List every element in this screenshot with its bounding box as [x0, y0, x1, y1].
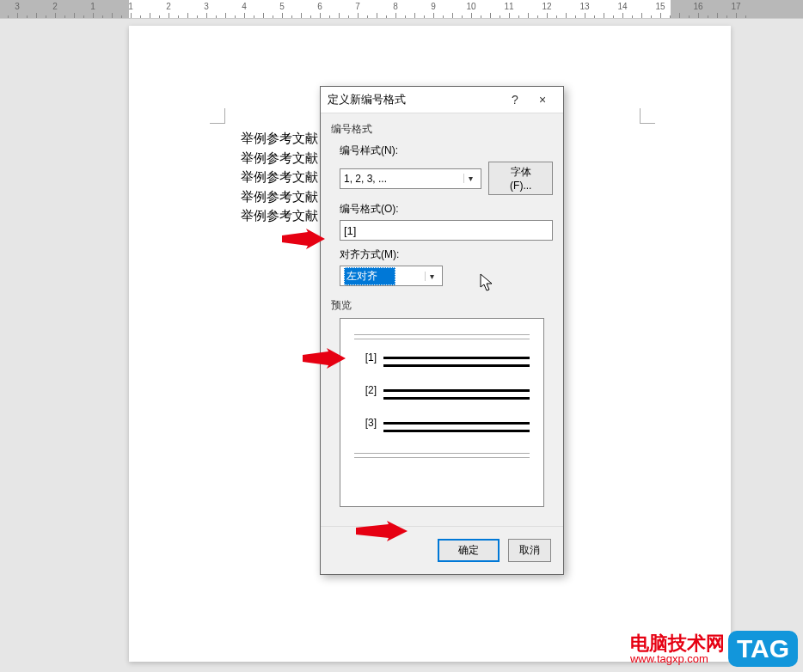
preview-item: [2]	[354, 384, 530, 405]
cancel-button[interactable]: 取消	[508, 539, 551, 562]
watermark-title: 电脑技术网	[630, 633, 725, 653]
number-style-select[interactable]: 1, 2, 3, ... ▾	[340, 168, 481, 189]
number-format-input[interactable]	[340, 220, 553, 241]
ruler-mark: 1	[90, 2, 95, 11]
dialog-titlebar[interactable]: 定义新编号格式 ? ×	[321, 87, 563, 113]
ruler-mark: 6	[317, 2, 322, 11]
ruler-mark: 3	[204, 2, 209, 11]
page-margin-corner	[640, 108, 655, 124]
ruler-mark: 1	[128, 2, 133, 11]
label-number-format: 编号格式(O):	[340, 202, 553, 217]
ruler-mark: 9	[431, 2, 436, 11]
ruler-mark: 5	[279, 2, 285, 11]
horizontal-ruler[interactable]: 3211234567891011121314151617	[0, 0, 803, 19]
chevron-down-icon: ▾	[463, 174, 477, 183]
font-button[interactable]: 字体(F)...	[488, 162, 553, 195]
dialog-title: 定义新编号格式	[328, 92, 501, 107]
chevron-down-icon: ▾	[425, 272, 438, 281]
help-button[interactable]: ?	[501, 93, 529, 107]
ruler-mark: 15	[655, 2, 665, 11]
ruler-mark: 4	[242, 2, 247, 11]
group-label-number-format: 编号格式	[331, 122, 553, 137]
ruler-mark: 16	[693, 2, 702, 11]
close-button[interactable]: ×	[529, 93, 556, 107]
watermark-tag: TAG	[728, 631, 798, 667]
alignment-select[interactable]: 左对齐 ▾	[340, 266, 443, 286]
ruler-mark: 13	[579, 2, 589, 11]
label-alignment: 对齐方式(M):	[340, 247, 553, 262]
alignment-value: 左对齐	[344, 267, 395, 285]
watermark: 电脑技术网 www.tagxp.com TAG	[630, 631, 798, 667]
preview-label: 预览	[331, 298, 553, 313]
preview-box: [1] [2] [3]	[340, 318, 544, 507]
preview-item: [3]	[354, 417, 530, 437]
number-style-value: 1, 2, 3, ...	[344, 173, 387, 185]
watermark-url: www.tagxp.com	[630, 653, 708, 665]
ruler-mark: 3	[15, 2, 20, 11]
ruler-mark: 17	[731, 2, 740, 11]
ruler-mark: 2	[166, 2, 171, 11]
ruler-mark: 10	[466, 2, 475, 11]
label-number-style: 编号样式(N):	[340, 144, 553, 158]
ruler-mark: 7	[355, 2, 360, 11]
ruler-mark: 12	[542, 2, 551, 11]
define-new-number-format-dialog: 定义新编号格式 ? × 编号格式 编号样式(N): 1, 2, 3, ... ▾…	[320, 86, 564, 575]
ruler-mark: 8	[393, 2, 398, 11]
preview-item: [1]	[354, 351, 530, 372]
page-margin-corner	[210, 108, 225, 124]
ruler-mark: 11	[504, 2, 513, 11]
ruler-mark: 14	[617, 2, 627, 11]
ok-button[interactable]: 确定	[438, 539, 500, 562]
ruler-mark: 2	[52, 2, 58, 11]
